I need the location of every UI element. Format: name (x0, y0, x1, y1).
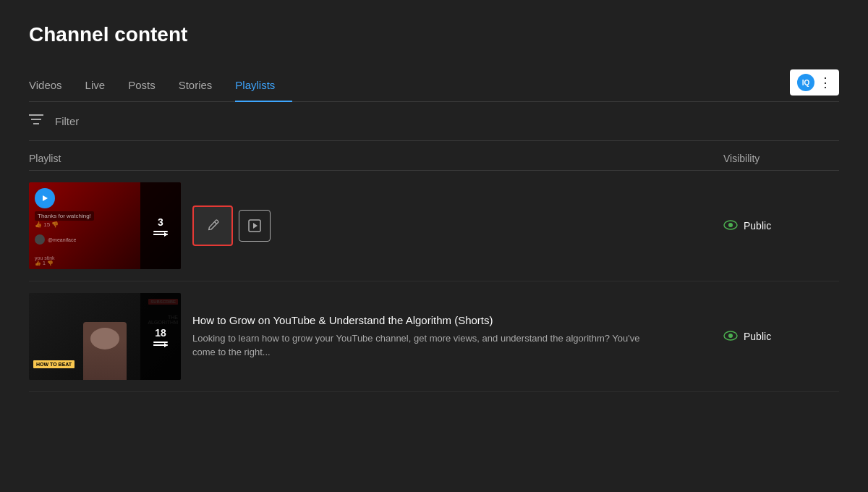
play-playlist-button[interactable] (239, 210, 271, 242)
eye-icon-2 (723, 329, 738, 344)
avatar-circle (35, 234, 45, 245)
thumb-avatar: @meaniface (35, 234, 76, 245)
tab-extras: IQ ⋮ (790, 69, 839, 101)
filter-icon[interactable] (29, 114, 43, 129)
playlist-row-2-content: HOW TO BEAT SUBSCRIBE THEALGORITHM 18 (29, 293, 723, 380)
table-header: Playlist Visibility (29, 141, 839, 171)
tab-videos[interactable]: Videos (29, 70, 80, 101)
count-lines-2 (153, 342, 168, 346)
svg-point-8 (728, 223, 733, 227)
svg-marker-3 (43, 195, 48, 201)
playlist-row-1-content: Thanks for watching! 👍 15 👎 @meaniface y… (29, 182, 723, 269)
svg-marker-6 (253, 223, 258, 229)
playlist-2-info: How to Grow on YouTube & Understand the … (192, 314, 723, 358)
svg-line-4 (215, 222, 217, 224)
visibility-label-1: Public (744, 220, 771, 232)
page-title: Channel content (29, 23, 839, 46)
page-container: Channel content Videos Live Posts Storie… (0, 0, 868, 392)
count-lines (153, 231, 168, 235)
eye-icon-1 (723, 219, 738, 234)
edit-playlist-button[interactable] (192, 205, 233, 246)
thumb-content-text: Thanks for watching! (35, 211, 94, 221)
visibility-label-2: Public (744, 331, 771, 342)
col-visibility-header: Visibility (723, 153, 839, 164)
filter-row: Filter (29, 102, 839, 141)
playlist-row: Thanks for watching! 👍 15 👎 @meaniface y… (29, 171, 839, 281)
line2-2 (153, 344, 168, 346)
iq-button[interactable]: IQ ⋮ (790, 69, 839, 96)
tab-posts[interactable]: Posts (128, 70, 173, 101)
iq-icon: IQ (797, 74, 814, 91)
thumb-play-icon (35, 188, 55, 208)
line2 (153, 234, 168, 235)
playlist-2-title: How to Grow on YouTube & Understand the … (192, 314, 723, 326)
thumb-content-likes: 👍 15 👎 (35, 221, 59, 228)
visibility-cell-2: Public (723, 329, 839, 344)
tabs-bar: Videos Live Posts Stories Playlists IQ ⋮ (29, 69, 839, 102)
playlist-2-desc: Looking to learn how to grow your YouTub… (192, 332, 641, 358)
playlist-thumbnail-1: Thanks for watching! 👍 15 👎 @meaniface y… (29, 182, 181, 269)
tab-playlists[interactable]: Playlists (235, 70, 292, 101)
playlist-1-actions (192, 205, 271, 246)
thumb-count-badge-1: 3 (140, 182, 181, 269)
playlist-row-2: HOW TO BEAT SUBSCRIBE THEALGORITHM 18 (29, 281, 839, 392)
tab-live[interactable]: Live (85, 70, 123, 101)
thumb2-yellow-text: HOW TO BEAT (33, 360, 75, 368)
face-feature (90, 328, 119, 349)
tab-stories[interactable]: Stories (179, 70, 230, 101)
thumb-count-badge-2: 18 (140, 293, 181, 380)
playlist-thumbnail-2: HOW TO BEAT SUBSCRIBE THEALGORITHM 18 (29, 293, 181, 380)
filter-label: Filter (55, 115, 79, 127)
more-button[interactable]: ⋮ (819, 75, 832, 90)
svg-point-10 (728, 334, 733, 338)
thumb-content-likes2: 👍 1 👎 (35, 260, 54, 266)
visibility-cell-1: Public (723, 219, 839, 234)
thumb2-face (83, 322, 127, 380)
col-playlist-header: Playlist (29, 153, 723, 164)
thumb-content-bottom: you stink (35, 255, 55, 260)
